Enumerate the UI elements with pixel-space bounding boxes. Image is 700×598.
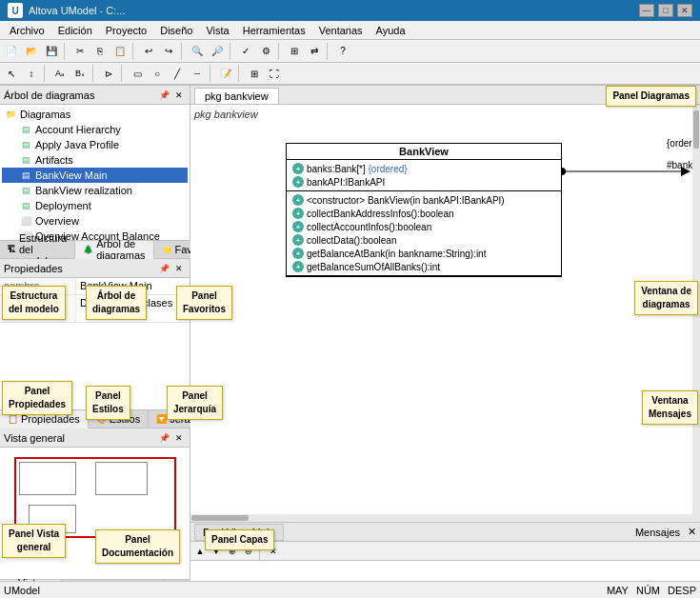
sep11: [238, 65, 242, 82]
overview-close[interactable]: ✕: [172, 431, 186, 445]
tab-arbol[interactable]: 🌲 Árbol de diagramas: [75, 241, 153, 259]
maximize-button[interactable]: □: [658, 4, 673, 17]
tb2-note[interactable]: 📝: [216, 64, 235, 83]
tb-gen[interactable]: ⚙: [256, 42, 275, 61]
tab-props-icon: 📋: [8, 414, 18, 424]
tb2-arrow[interactable]: ↖: [2, 64, 21, 83]
tree-panel-icons: 📌 ✕: [157, 89, 186, 102]
messages-title-right: Mensajes ✕: [635, 526, 696, 538]
uml-bankview-box[interactable]: BankView + banks:Bank[*] {ordered} + ban…: [286, 143, 562, 277]
sep3: [181, 43, 185, 60]
uml-arrow: [562, 152, 700, 190]
tree-item-0[interactable]: ▤ Account Hierarchy: [2, 122, 188, 137]
diagram-canvas[interactable]: pkg bankview BankView + banks:Bank[*] {o…: [190, 105, 700, 522]
props-panel-title: Propiedades: [4, 263, 63, 274]
callout-favoritos: PanelFavoritos: [176, 286, 232, 320]
callout-jerarquia: PanelJerarquía: [167, 386, 223, 420]
tb-undo[interactable]: ↩: [139, 42, 158, 61]
app-title: Altova UModel - C:...: [29, 5, 125, 16]
tab-estructura[interactable]: 🏗 Estructura del modelo: [0, 241, 75, 258]
uml-method-5: + getBalanceSumOfAllBanks():int: [290, 260, 557, 273]
tb-open[interactable]: 📂: [22, 42, 41, 61]
menu-herramientas[interactable]: Herramientas: [237, 23, 311, 38]
tb-redo[interactable]: ↪: [159, 42, 178, 61]
menu-archivo[interactable]: Archivo: [4, 23, 50, 38]
messages-close[interactable]: ✕: [688, 526, 696, 538]
center-area: pkg bankview pkg bankview BankView + ban…: [190, 86, 700, 598]
tree-item-5[interactable]: ▤ Deployment: [2, 198, 188, 213]
tb2-fit[interactable]: ⛶: [265, 64, 284, 83]
menu-vista[interactable]: Vista: [200, 23, 234, 38]
folder-icon: 📁: [4, 108, 17, 121]
tb2-ptr[interactable]: ⊳: [99, 64, 118, 83]
tb-zoom-in[interactable]: 🔍: [188, 42, 207, 61]
tb2-select[interactable]: ↕: [22, 64, 41, 83]
diagram-icon-2: ▤: [19, 153, 32, 167]
tree-item-1[interactable]: ▤ Apply Java Profile: [2, 137, 188, 152]
callout-estilos: PanelEstilos: [86, 386, 130, 420]
method-icon-5: +: [292, 261, 304, 272]
tb-zoom-out[interactable]: 🔎: [208, 42, 227, 61]
scrollbar-thumb[interactable]: [693, 110, 699, 149]
tab-arbol-label: Árbol de diagramas: [96, 238, 145, 261]
title-bar: U Altova UModel - C:... — □ ✕: [0, 0, 700, 21]
uml-method-0: + <constructor> BankView(in bankAPI:IBan…: [290, 193, 557, 207]
close-button[interactable]: ✕: [677, 4, 692, 17]
menu-ventanas[interactable]: Ventanas: [313, 23, 369, 38]
props-pin[interactable]: 📌: [157, 262, 170, 275]
tree-panel-content[interactable]: 📁 Diagramas ▤ Account Hierarchy ▤ Apply …: [0, 105, 190, 240]
tree-panel-pin[interactable]: 📌: [157, 89, 170, 102]
tb-save[interactable]: 💾: [42, 42, 61, 61]
tb-layout[interactable]: ⊞: [285, 42, 304, 61]
tree-root[interactable]: 📁 Diagramas: [2, 107, 188, 122]
menu-proyecto[interactable]: Proyecto: [100, 23, 152, 38]
tb-paste[interactable]: 📋: [110, 42, 130, 61]
tree-panel-title: Árbol de diagramas: [4, 90, 94, 101]
tb2-b[interactable]: Bₓ: [70, 64, 90, 83]
tb-help[interactable]: ?: [333, 42, 352, 61]
menu-ayuda[interactable]: Ayuda: [370, 23, 411, 38]
callout-ventana-diagramas: Ventana dediagramas: [634, 281, 698, 315]
props-close[interactable]: ✕: [172, 262, 186, 275]
tree-item-4[interactable]: ▤ BankView realization: [2, 183, 188, 198]
sep7: [44, 65, 48, 82]
diagram-icon-3: ▤: [19, 169, 32, 182]
tree-panel-close[interactable]: ✕: [172, 89, 186, 102]
tree-item-6[interactable]: ⬜ Overview: [2, 213, 188, 229]
props-panel-icons: 📌 ✕: [157, 262, 186, 275]
tb2-line[interactable]: ╱: [168, 64, 187, 83]
uml-method-1: + collectBankAddressInfos():boolean: [290, 207, 557, 220]
left-panel-tabs: 🏗 Estructura del modelo 🌲 Árbol de diagr…: [0, 240, 190, 259]
diagram-icon-4: ▤: [19, 184, 32, 197]
uml-attr-0: + banks:Bank[*] {ordered}: [290, 162, 557, 175]
scrollbar-h[interactable]: [190, 514, 692, 522]
method-icon-3: +: [292, 234, 304, 246]
tb-sync[interactable]: ⇄: [305, 42, 324, 61]
callout-arbol: Árbol dediagramas: [86, 286, 147, 320]
uml-method-2: + collectAccountInfos():boolean: [290, 220, 557, 233]
tb-copy[interactable]: ⎘: [90, 42, 110, 61]
tb-check[interactable]: ✓: [236, 42, 255, 61]
tree-item-2[interactable]: ▤ Artifacts: [2, 152, 188, 168]
sep10: [210, 65, 213, 82]
scrollbar-h-thumb[interactable]: [191, 515, 249, 521]
menu-diseno[interactable]: Diseño: [154, 23, 198, 38]
toolbar-1: 📄 📂 💾 ✂ ⎘ 📋 ↩ ↪ 🔍 🔎 ✓ ⚙ ⊞ ⇄ ?: [0, 40, 700, 63]
tree-item-3[interactable]: ▤ BankView Main: [2, 168, 188, 183]
minimize-button[interactable]: —: [639, 4, 654, 17]
toolbar-2: ↖ ↕ Aₐ Bₓ ⊳ ▭ ○ ╱ ┄ 📝 ⊞ ⛶: [0, 63, 700, 86]
uml-class-title: BankView: [287, 144, 561, 160]
app-icon: U: [8, 3, 23, 18]
tb2-rect[interactable]: ▭: [128, 64, 147, 83]
tb2-a[interactable]: Aₐ: [50, 64, 70, 83]
menu-edicion[interactable]: Edición: [52, 23, 98, 38]
tb-cut[interactable]: ✂: [70, 42, 90, 61]
tb2-circ[interactable]: ○: [148, 64, 167, 83]
method-icon-4: +: [292, 248, 304, 259]
tb-new[interactable]: 📄: [2, 42, 21, 61]
tb2-grid[interactable]: ⊞: [245, 64, 264, 83]
overview-pin[interactable]: 📌: [157, 431, 170, 445]
tb2-dash[interactable]: ┄: [188, 64, 207, 83]
diagram-tab-bankview[interactable]: pkg bankview: [194, 88, 279, 104]
callout-capas: Panel Capas: [205, 529, 274, 550]
